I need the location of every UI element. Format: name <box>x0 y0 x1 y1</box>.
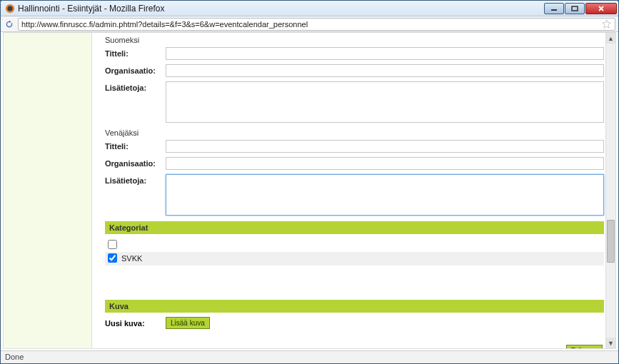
group-label-ru: Venäjäksi <box>105 127 604 140</box>
url-field[interactable]: http://www.finruscc.fi/admin.phtml?detai… <box>18 18 615 31</box>
maximize-button[interactable] <box>565 3 585 14</box>
status-bar: Done <box>1 350 618 363</box>
category-label-1: SVKK <box>121 254 142 263</box>
scrollbar[interactable]: ▲ ▼ <box>605 32 616 349</box>
label-fi-title: Titteli: <box>105 47 166 60</box>
input-ru-title[interactable] <box>166 140 604 153</box>
page-content: Suomeksi Titteli: Organisaatio: Lisätiet… <box>3 32 616 349</box>
close-button[interactable] <box>585 3 617 14</box>
category-checkbox-1[interactable] <box>108 253 117 263</box>
input-ru-org[interactable] <box>166 157 604 170</box>
sidebar <box>4 33 92 348</box>
textarea-ru-info[interactable] <box>166 174 604 216</box>
label-fi-org: Organisaatio: <box>105 64 166 77</box>
status-text: Done <box>5 353 24 361</box>
label-ru-org: Organisaatio: <box>105 157 166 170</box>
scroll-up-icon[interactable]: ▲ <box>606 33 615 44</box>
minimize-button[interactable] <box>544 3 564 14</box>
window-title: Hallinnointi - Esiintyjät - Mozilla Fire… <box>18 4 543 14</box>
svg-rect-3 <box>572 6 578 11</box>
titlebar: Hallinnointi - Esiintyjät - Mozilla Fire… <box>1 1 618 16</box>
save-button[interactable]: Tallenna <box>566 345 603 348</box>
add-image-button[interactable]: Lisää kuva <box>166 317 210 329</box>
label-fi-info: Lisätietoja: <box>105 81 166 123</box>
scroll-down-icon[interactable]: ▼ <box>606 338 615 348</box>
new-image-label: Uusi kuva: <box>105 319 166 328</box>
browser-window: Hallinnointi - Esiintyjät - Mozilla Fire… <box>0 0 619 364</box>
label-ru-title: Titteli: <box>105 140 166 153</box>
svg-point-1 <box>8 6 13 11</box>
favorite-icon[interactable] <box>602 19 612 29</box>
input-fi-title[interactable] <box>166 47 604 60</box>
label-ru-info: Lisätietoja: <box>105 174 166 216</box>
scroll-thumb[interactable] <box>607 220 615 263</box>
input-fi-org[interactable] <box>166 64 604 77</box>
category-row <box>105 238 604 252</box>
url-text: http://www.finruscc.fi/admin.phtml?detai… <box>21 20 599 29</box>
image-header: Kuva <box>105 300 604 313</box>
scroll-track[interactable] <box>606 44 615 338</box>
category-row: SVKK <box>105 252 604 266</box>
group-label-fi: Suomeksi <box>105 34 604 47</box>
categories-header: Kategoriat <box>105 221 604 234</box>
textarea-fi-info[interactable] <box>166 81 604 123</box>
address-bar: http://www.finruscc.fi/admin.phtml?detai… <box>1 16 618 32</box>
firefox-icon <box>5 4 15 14</box>
reload-icon[interactable] <box>4 19 15 30</box>
category-checkbox-0[interactable] <box>108 240 117 249</box>
main-form: Suomeksi Titteli: Organisaatio: Lisätiet… <box>92 33 615 348</box>
